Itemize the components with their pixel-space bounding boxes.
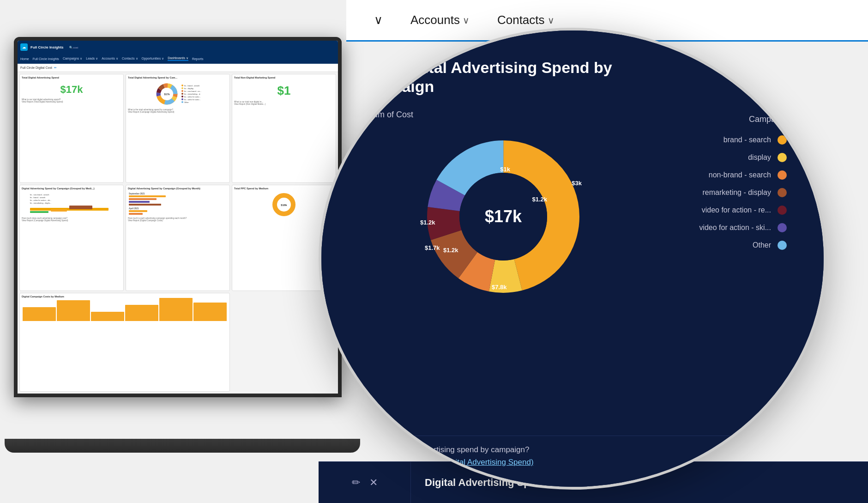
bottom-close-icon[interactable]: ✕ — [369, 477, 378, 489]
dash-grouped-month-footer: How much is each advertising campaign sp… — [128, 217, 228, 222]
legend-label-display: display — [748, 153, 771, 162]
zoom-header-icons: ✏ ✕ — [763, 58, 787, 70]
dash-card-campaign-costs-title: Digital Campaign Costs by Medium — [22, 295, 228, 298]
legend-dot-non-brand — [778, 170, 787, 180]
ppc-donut-chart: $18k — [270, 191, 298, 218]
zoom-legend: Campaign brand - search display non-bran… — [667, 110, 787, 426]
bar-3 — [91, 312, 124, 321]
breadcrumb-edit-icon[interactable]: ✏ — [54, 66, 57, 70]
sf-nav-accounts[interactable]: Accounts ∨ — [102, 57, 118, 61]
svg-rect-11 — [51, 209, 67, 212]
legend-label-video-ski: video for action - ski... — [699, 224, 771, 232]
zoom-close-icon[interactable]: ✕ — [778, 58, 787, 70]
legend-item-non-brand: non-brand - search — [667, 170, 787, 180]
dash-card-grouped-month: Digital Advertising Spend by Campaign (G… — [126, 185, 230, 291]
sf-breadcrumb: Full Circle Digital Cost ✏ — [18, 64, 338, 72]
bar-5 — [159, 298, 193, 321]
donut-label-1-2k-bl: $1.2k — [443, 247, 458, 254]
nav-item-contacts[interactable]: Contacts ∨ — [497, 13, 555, 27]
legend-label-brand-search: brand - search — [723, 136, 771, 144]
legend-item-video-re: video for action - re... — [667, 206, 787, 215]
legend-dot-video-ski — [778, 223, 787, 232]
sf-nav-home[interactable]: Home — [20, 57, 29, 61]
sf-nav-campaigns[interactable]: Campaigns ∨ — [63, 57, 82, 61]
dash-card-by-campaign: Total Digital Advertising Spend by Cam..… — [126, 74, 230, 183]
dash-card-grouped-medium: Digital Advertising Spend by Campaign (G… — [19, 185, 124, 291]
breadcrumb-text: Full Circle Digital Cost — [20, 66, 52, 69]
chart-subtitle: Sum of Cost — [368, 110, 413, 120]
legend-dot-brand-search — [778, 135, 787, 145]
sf-nav-opps[interactable]: Opportunities ∨ — [142, 57, 164, 61]
dash-card-grouped-month-title: Digital Advertising Spend by Campaign (G… — [128, 187, 228, 190]
svg-text:$17k: $17k — [164, 93, 170, 96]
mini-legend: fci - brand - search fci - display fci -… — [181, 85, 201, 103]
sf-nav-reports[interactable]: Reports — [192, 57, 204, 61]
mini-donut-chart: $17k — [154, 81, 180, 107]
sf-nav: Home Full Circle Insights Campaigns ∨ Le… — [18, 54, 338, 64]
bottom-strip-actions: ✏ ✕ — [319, 462, 411, 503]
sf-nav-dashboards[interactable]: Dashboards ∨ — [168, 56, 188, 61]
sf-topbar: ☁ Full Circle Insights 🔍 cost — [18, 41, 338, 54]
laptop-base — [5, 439, 360, 453]
sf-app-name: Full Circle Insights — [30, 45, 64, 49]
svg-text:fci - non-brand - search: fci - non-brand - search — [30, 194, 49, 196]
sf-logo-icon: ☁ — [22, 45, 26, 49]
dash-card-total-spend: Total Digital Advertising Spend $17k Wha… — [19, 74, 124, 183]
donut-label-1-7k: $1.7k — [425, 244, 440, 251]
legend-label-remarketing: remarketing - display — [703, 188, 772, 197]
dash-non-digital-value: $1 — [234, 80, 334, 100]
svg-text:April 2021: April 2021 — [129, 207, 139, 210]
svg-rect-20 — [129, 201, 150, 203]
dash-card-grouped-medium-title: Digital Advertising Spend by Campaign (G… — [22, 187, 121, 190]
svg-text:fci - video for action - ski..: fci - video for action - ski... — [30, 199, 51, 201]
bar-6 — [193, 303, 227, 321]
prev-chevron-icon: ∨ — [374, 13, 383, 27]
svg-rect-24 — [129, 213, 143, 215]
zoom-circle-panel: Total Digital Advertising Spend by Campa… — [319, 28, 826, 490]
contacts-chevron-icon: ∨ — [548, 15, 555, 26]
dash-by-campaign-footer: What is the total advertising spend by c… — [128, 109, 228, 113]
contacts-label: Contacts — [497, 13, 545, 27]
svg-rect-10 — [30, 211, 48, 213]
laptop-mockup: ☁ Full Circle Insights 🔍 cost Home Full … — [14, 37, 351, 453]
legend-item-brand-search: brand - search — [667, 135, 787, 145]
bar-4 — [125, 305, 158, 321]
dash-total-spend-value: $17k — [22, 80, 121, 97]
dash-non-digital-footer: What is our total non-digital m...View R… — [234, 101, 334, 105]
nav-item-accounts[interactable]: Accounts ∨ — [410, 13, 470, 27]
sf-logo: ☁ — [20, 43, 28, 51]
svg-text:$18k: $18k — [281, 204, 287, 206]
svg-rect-23 — [129, 210, 147, 212]
legend-dot-other — [778, 241, 787, 250]
donut-label-1k: $1k — [500, 166, 510, 173]
svg-rect-18 — [129, 195, 166, 197]
zoom-chart-area: Sum of Cost — [358, 110, 648, 426]
legend-label-non-brand: non-brand - search — [709, 171, 771, 179]
donut-label-1-2k-l: $1.2k — [420, 219, 435, 226]
salesforce-ui: ☁ Full Circle Insights 🔍 cost Home Full … — [18, 41, 338, 394]
main-donut-wrapper: $17k $3k $1.2k $1k $1.2k $1.7k $1.2k $7.… — [416, 129, 591, 304]
sf-search-bar: 🔍 cost — [69, 46, 78, 49]
zoom-panel-title: Total Digital Advertising Spend by Campa… — [358, 58, 635, 96]
zoom-edit-icon[interactable]: ✏ — [763, 58, 771, 70]
svg-text:September 2021: September 2021 — [129, 193, 145, 195]
svg-rect-19 — [129, 198, 157, 200]
donut-label-7-8k: $7.8k — [492, 284, 507, 291]
bottom-edit-icon[interactable]: ✏ — [352, 477, 360, 489]
nav-chevron-prev[interactable]: ∨ — [374, 13, 383, 27]
svg-rect-12 — [69, 206, 92, 209]
zoom-footer-question-text: What is the total advertising spend by c… — [358, 445, 529, 454]
accounts-chevron-icon: ∨ — [463, 15, 470, 26]
ppc-donut-area: $18k — [234, 191, 334, 218]
donut-label-3k: $3k — [572, 180, 582, 187]
sf-nav-leads[interactable]: Leads ∨ — [86, 57, 98, 61]
sf-nav-contacts[interactable]: Contacts ∨ — [122, 57, 138, 61]
legend-header: Campaign — [667, 115, 787, 124]
grouped-month-chart: September 2021 April 2021 — [128, 191, 228, 216]
svg-text:fci - remarketing - displa...: fci - remarketing - displa... — [30, 202, 51, 204]
dash-card-by-campaign-title: Total Digital Advertising Spend by Cam..… — [128, 76, 228, 79]
legend-dot-video-re — [778, 206, 787, 215]
dash-card-ppc-title: Total PPC Spend by Medium — [234, 187, 334, 190]
zoom-body: Sum of Cost — [358, 110, 787, 426]
sf-nav-fci[interactable]: Full Circle Insights — [33, 57, 59, 61]
